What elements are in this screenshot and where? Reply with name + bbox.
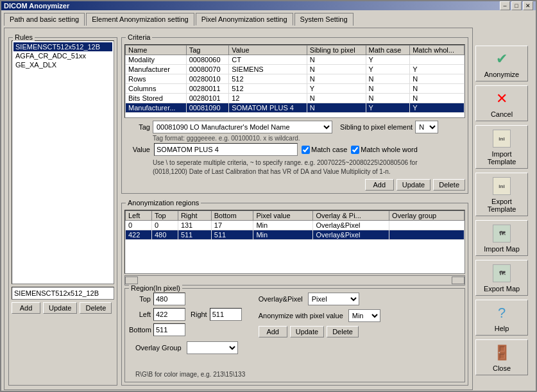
left-right-row: Left Right	[129, 308, 242, 321]
top-input[interactable]	[153, 293, 185, 305]
import-map-label: Import Map	[484, 245, 520, 253]
match-case-checkbox[interactable]	[302, 146, 310, 154]
rcol-top: Top	[151, 211, 178, 221]
close-window-button[interactable]: ✕	[523, 1, 533, 10]
criteria-table-wrap[interactable]: Name Tag Value Sibling to pixel Math cas…	[124, 44, 465, 118]
criteria-row[interactable]: Bits Stored0028010112NNN	[126, 94, 465, 103]
top-row: Top	[129, 293, 242, 305]
export-template-label: Export Template	[477, 198, 526, 213]
content-area: Criteria Name Tag Value Sibling to pixel	[121, 32, 468, 386]
criteria-delete-button[interactable]: Delete	[433, 179, 465, 191]
window-controls: – □ ✕	[500, 1, 533, 10]
anon-pixel-select[interactable]: Min	[348, 309, 380, 322]
rules-list[interactable]: SIEMENSCT512x512_12B AGFA_CR_ADC_51xx GE…	[12, 40, 114, 284]
anon-regions-section: Anonymization regions Left Top Right Bot…	[121, 203, 468, 386]
rgb-hint: R\G\B for color image, e.g. 213\15\133	[135, 358, 245, 378]
region-add-button[interactable]: Add	[259, 326, 287, 337]
value-label: Value	[124, 146, 150, 153]
rules-section-label: Rules	[13, 33, 35, 41]
anon-pixel-label: Anonymize with pixel value	[259, 312, 343, 320]
criteria-add-button[interactable]: Add	[365, 179, 394, 191]
overlay-group-label: Overlay Group	[135, 344, 182, 352]
export-template-button[interactable]: ini Export Template	[475, 173, 528, 216]
region-action-buttons: Add Update Delete	[259, 326, 380, 337]
cancel-icon: ✕	[491, 89, 512, 109]
export-template-icon: ini	[491, 176, 512, 196]
anonymize-button[interactable]: ✔ Anonymize	[475, 46, 528, 81]
import-template-icon: ini	[491, 128, 512, 149]
tag-label: Tag	[124, 123, 150, 131]
maximize-button[interactable]: □	[511, 1, 522, 10]
right-panel: ✔ Anonymize ✕ Cancel ini Import Template…	[475, 28, 533, 390]
rules-add-button[interactable]: Add	[12, 302, 40, 314]
region-table-wrap[interactable]: Left Top Right Bottom Pixel value Overla…	[124, 210, 465, 274]
close-button[interactable]: 🚪 Close	[475, 339, 528, 375]
region-in-pixel-label: Region(In pixel)	[129, 284, 182, 292]
criteria-row[interactable]: Rows00280010512NNN	[126, 74, 465, 84]
match-whole-label: Match whole word	[351, 146, 418, 154]
right-input[interactable]	[210, 308, 242, 321]
rules-item-0[interactable]: SIEMENSCT512x512_12B	[13, 42, 112, 51]
region-table: Left Top Right Bottom Pixel value Overla…	[125, 210, 465, 240]
region-row[interactable]: 0013117MinOverlay&Pixel	[126, 221, 465, 230]
tab-path-basic[interactable]: Path and basic setting	[4, 13, 85, 26]
import-map-button[interactable]: 🗺 Import Map	[475, 220, 528, 256]
bottom-row: Bottom	[129, 323, 242, 336]
cancel-label: Cancel	[491, 110, 513, 118]
criteria-row[interactable]: Manufacturer00080070SIEMENSNYY	[126, 65, 465, 74]
overlay-pixel-controls: Overlay&Pixel Pixel Anonymize with pixel…	[259, 293, 380, 337]
help-button[interactable]: ? Help	[475, 300, 528, 336]
criteria-label: Criteria	[126, 33, 152, 41]
help-label: Help	[495, 325, 509, 332]
criteria-row[interactable]: Columns00280011512YNN	[126, 84, 465, 94]
window-title: DICOM Anonymizer	[4, 2, 69, 10]
col-match: Match whol...	[410, 46, 465, 55]
value-input[interactable]	[154, 143, 298, 156]
export-map-button[interactable]: 🗺 Export Map	[475, 260, 528, 296]
left-label: Left	[129, 311, 151, 318]
rules-name-input[interactable]	[12, 287, 114, 300]
region-delete-button[interactable]: Delete	[327, 326, 359, 337]
import-template-button[interactable]: ini Import Template	[475, 125, 528, 169]
rules-section: Rules SIEMENSCT512x512_12B AGFA_CR_ADC_5…	[8, 37, 117, 386]
anon-regions-label: Anonymization regions	[126, 199, 201, 207]
tag-select[interactable]: 00081090 LO Manufacturer's Model Name	[153, 121, 332, 133]
match-whole-checkbox[interactable]	[351, 146, 359, 154]
col-math: Math case	[366, 46, 410, 55]
rules-update-button[interactable]: Update	[43, 302, 77, 314]
rules-name-input-wrap	[12, 287, 114, 300]
main-window: DICOM Anonymizer – □ ✕ Path and basic se…	[0, 0, 537, 392]
left-panel: Rules SIEMENSCT512x512_12B AGFA_CR_ADC_5…	[4, 28, 473, 390]
region-update-button[interactable]: Update	[290, 326, 324, 337]
import-template-label: Import Template	[477, 150, 526, 166]
rules-item-2[interactable]: GE_XA_DLX	[13, 60, 112, 69]
criteria-row[interactable]: Manufacturer...00081090SOMATOM PLUS 4NYY	[126, 103, 465, 113]
bottom-input[interactable]	[153, 323, 185, 336]
rcol-overlay: Overlay & Pi...	[313, 211, 389, 221]
region-controls: Region(In pixel) Top Left R	[124, 288, 465, 382]
anon-pixel-row: Anonymize with pixel value Min	[259, 309, 380, 322]
tab-pixel-anon[interactable]: Pixel Anonymization setting	[196, 13, 293, 26]
rules-item-1[interactable]: AGFA_CR_ADC_51xx	[13, 51, 112, 60]
criteria-update-button[interactable]: Update	[396, 179, 430, 191]
anonymize-label: Anonymize	[484, 71, 519, 78]
minimize-button[interactable]: –	[500, 1, 510, 10]
cancel-button[interactable]: ✕ Cancel	[475, 85, 528, 121]
criteria-row[interactable]: Modality00080060CTNY	[126, 55, 465, 65]
overlay-pixel-select[interactable]: Pixel	[308, 293, 359, 305]
rcol-pixel: Pixel value	[253, 211, 313, 221]
rules-delete-button[interactable]: Delete	[80, 302, 112, 314]
col-sibling: Sibling to pixel	[307, 46, 366, 55]
title-bar: DICOM Anonymizer – □ ✕	[1, 1, 536, 10]
overlay-group-row: Overlay Group	[135, 341, 245, 354]
tab-element-anon[interactable]: Element Anonymization setting	[86, 13, 194, 26]
tab-bar: Path and basic setting Element Anonymiza…	[1, 10, 536, 26]
right-label: Right	[191, 311, 207, 318]
sibling-select[interactable]: N	[415, 121, 438, 133]
tab-system-setting[interactable]: System Setting	[294, 13, 354, 26]
rcol-right: Right	[178, 211, 211, 221]
overlay-group-select[interactable]	[187, 341, 238, 354]
region-row[interactable]: 422480511511MinOverlay&Pixel	[126, 230, 465, 240]
left-input[interactable]	[153, 308, 185, 321]
anonymize-icon: ✔	[491, 49, 512, 69]
